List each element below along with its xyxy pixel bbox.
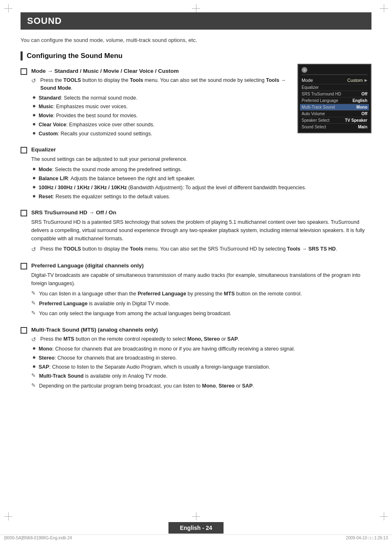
bullet-clear-voice: Clear Voice: Emphasizes voice over other… (33, 121, 291, 129)
bullet-movie: Movie: Provides the best sound for movie… (33, 112, 291, 120)
tv-menu-label-mts: Multi-Track Sound (302, 105, 335, 109)
para-equalizer: The sound settings can be adjusted to su… (31, 155, 371, 163)
bullet-dot (33, 365, 35, 368)
bullet-dot (33, 177, 35, 179)
memo-icon-mts-2 (31, 383, 37, 388)
tv-menu-value-mts: Mono (356, 105, 367, 109)
subsection-equalizer: Equalizer The sound settings can be adju… (21, 146, 371, 202)
crosshair-top-right (380, 4, 388, 12)
tv-menu-value-speaker: TV Speaker (345, 118, 367, 123)
bullet-balance: Balance L/R: Adjusts the balance between… (33, 175, 371, 183)
memo-icon-2 (31, 301, 37, 306)
bullet-text-reset: Reset: Resets the equalizer settings to … (39, 193, 170, 201)
bullet-text-movie: Movie: Provides the best sound for movie… (39, 112, 138, 120)
page-title: SOUND (21, 12, 371, 30)
subsection-srs: SRS TruSurround HD → Off / On SRS TruSur… (21, 209, 371, 255)
bullet-custom: Custom: Recalls your customized sound se… (33, 130, 291, 138)
crosshair-bottom-center (192, 512, 200, 520)
meta-bar: [8000-SA]BN68-01988G-Eng.indb 24 2009-04… (0, 534, 392, 541)
note-text-mts-1: Multi-Track Sound is available only in A… (39, 372, 167, 380)
note-text-pref-lang-1: You can listen in a language other than … (39, 290, 302, 298)
bullet-reset: Reset: Resets the equalizer settings to … (33, 193, 371, 201)
checkbox-equalizer (21, 147, 27, 153)
bullet-list-equalizer: Mode: Selects the sound mode among the p… (33, 166, 371, 200)
bullet-text-balance: Balance L/R: Adjusts the balance between… (39, 175, 196, 183)
subsection-title-equalizer: Equalizer (31, 146, 371, 153)
tv-menu-header-icon: S (302, 67, 307, 73)
content-area: S Mode Custom ▶ Equalizer SRS T (21, 68, 371, 392)
subsection-content-equalizer: Equalizer The sound settings can be adju… (31, 146, 371, 202)
tv-menu-label-sound: Sound Select (302, 125, 326, 129)
tv-menu-row-lang: Preferred Language English (302, 98, 367, 104)
note-text-pref-lang-2: Preferred Language is available only in … (39, 300, 170, 308)
note-text-mts: Press the MTS button on the remote contr… (40, 335, 239, 343)
memo-icon-1 (31, 291, 37, 296)
note-row-mts: Press the MTS button on the remote contr… (31, 335, 371, 343)
note-text-mode: Press the TOOLS button to display the To… (40, 77, 291, 92)
bullet-dot (33, 186, 35, 188)
footer-badge: English - 24 (168, 522, 224, 534)
note-row-mode: Press the TOOLS button to display the To… (31, 77, 291, 92)
remote-icon-mode (31, 77, 38, 83)
tv-menu-row-mts: Multi-Track Sound Mono (300, 104, 369, 111)
section-heading-bar (21, 51, 23, 60)
bullet-dot (33, 168, 35, 170)
memo-icon-3 (31, 311, 37, 316)
page-wrapper: SOUND You can configure the sound mode, … (0, 0, 392, 541)
bullet-sap: SAP: Choose to listen to the Separate Au… (33, 363, 371, 371)
section-heading-text: Configuring the Sound Menu (27, 52, 122, 60)
crosshair-top-center (192, 4, 200, 12)
page-footer: English - 24 (0, 522, 392, 534)
tv-menu-row-speaker: Speaker Select TV Speaker (302, 117, 367, 124)
note-row-mts-2: Depending on the particular program bein… (31, 382, 371, 390)
bullet-dot (33, 132, 35, 135)
tv-menu-row-equalizer: Equalizer (302, 84, 367, 91)
note-row-pref-lang-2: Preferred Language is available only in … (31, 300, 371, 308)
tv-menu-mode-value: Custom ▶ (347, 78, 367, 83)
note-text-srs: Press the TOOLS button to display the To… (40, 245, 337, 253)
bullet-dot (33, 105, 35, 107)
subsection-title-mts: Multi-Track Sound (MTS) (analog channels… (31, 327, 371, 333)
note-row-pref-lang-1: You can listen in a language other than … (31, 290, 371, 298)
subsection-preferred-language: Preferred Language (digital channels onl… (21, 262, 371, 319)
bullet-text-eq-mode: Mode: Selects the sound mode among the p… (39, 166, 182, 174)
bullet-dot (33, 114, 35, 116)
bullet-text-custom: Custom: Recalls your customized sound se… (39, 130, 152, 138)
bullet-text-stereo: Stereo: Choose for channels that are bro… (39, 354, 177, 362)
bullet-dot (33, 123, 35, 125)
para-preferred-language: Digital-TV broadcasts are capable of sim… (31, 271, 371, 288)
note-row-srs: Press the TOOLS button to display the To… (31, 245, 371, 253)
para-srs: SRS TruSurround HD is a patented SRS tec… (31, 218, 371, 243)
tv-menu-arrow: ▶ (364, 78, 367, 82)
bullet-standard: Standard: Selects the normal sound mode. (33, 94, 291, 102)
subsection-content-preferred-language: Preferred Language (digital channels onl… (31, 262, 371, 319)
crosshair-top-left (4, 4, 12, 12)
note-text-mts-2: Depending on the particular program bein… (39, 382, 254, 390)
checkbox-mode (21, 68, 27, 75)
subsection-content-srs: SRS TruSurround HD → Off / On SRS TruSur… (31, 209, 371, 255)
bullet-dot (33, 96, 35, 99)
remote-icon-mts (31, 336, 38, 341)
tv-menu-value-srs: Off (362, 92, 367, 96)
checkbox-srs (21, 210, 27, 216)
tv-menu-mode-label: Mode (302, 78, 313, 83)
bullet-dot (33, 195, 35, 197)
subsection-mts: Multi-Track Sound (MTS) (analog channels… (21, 327, 371, 392)
tv-menu-mode-value-text: Custom (347, 78, 363, 83)
bullet-dot (33, 347, 35, 350)
tv-menu-screenshot: S Mode Custom ▶ Equalizer SRS T (297, 64, 371, 133)
bullet-music: Music: Emphasizes music over voices. (33, 103, 291, 111)
tv-menu-label-eq: Equalizer (302, 85, 319, 90)
note-row-pref-lang-3: You can only select the language from am… (31, 310, 371, 318)
subsection-content-mode: S Mode Custom ▶ Equalizer SRS T (31, 68, 371, 139)
subsection-title-srs: SRS TruSurround HD → Off / On (31, 209, 371, 216)
bullet-bandwidth: 100Hz / 300Hz / 1KHz / 3KHz / 10KHz (Ban… (33, 184, 371, 192)
bullet-stereo: Stereo: Choose for channels that are bro… (33, 354, 371, 362)
tv-menu-label-srs: SRS TruSurround HD (302, 92, 341, 96)
tv-menu-header: S (302, 67, 367, 75)
bullet-text-clear-voice: Clear Voice: Emphasizes voice over other… (39, 121, 154, 129)
tv-menu-label-auto: Auto Volume (302, 111, 325, 116)
section-heading: Configuring the Sound Menu (21, 51, 371, 60)
crosshair-bottom-left (4, 512, 12, 520)
tv-menu-label-lang: Preferred Language (302, 98, 338, 103)
